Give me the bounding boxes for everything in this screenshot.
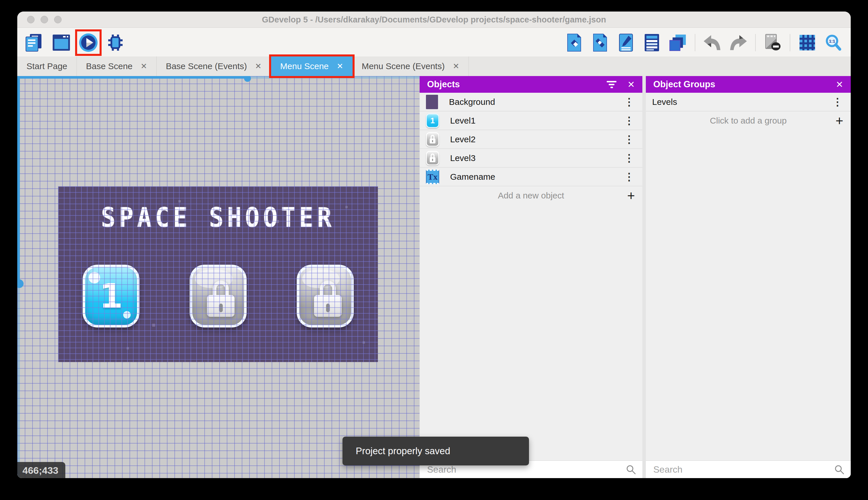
thumb-label: 1 xyxy=(430,116,435,125)
objects-search-input[interactable] xyxy=(420,464,626,475)
gdevelop-window: GDevelop 5 - /Users/dkarakay/Documents/G… xyxy=(17,12,851,478)
object-name: Background xyxy=(449,97,622,107)
tab-label: Start Page xyxy=(26,61,67,71)
object-row-background[interactable]: Background ⋮ xyxy=(420,93,642,112)
object-row-level1[interactable]: 1 Level1 ⋮ xyxy=(420,112,642,130)
object-name: Gamename xyxy=(450,172,622,182)
lock-icon xyxy=(430,135,435,144)
add-object-label: Add a new object xyxy=(498,191,564,201)
instances-list-icon xyxy=(644,33,660,52)
vertical-scrollbar[interactable] xyxy=(17,76,20,284)
toolbar-separator xyxy=(755,34,756,51)
filter-icon[interactable] xyxy=(607,81,617,88)
open-layers-panel-button[interactable] xyxy=(667,31,689,54)
open-objects-panel-button[interactable] xyxy=(563,31,585,54)
object-name: Level2 xyxy=(450,135,622,144)
undo-button[interactable] xyxy=(701,31,724,54)
properties-pencil-icon xyxy=(619,33,633,52)
horizontal-scrollbar-thumb[interactable] xyxy=(244,76,251,82)
layers-icon xyxy=(669,34,687,51)
tab-start-page[interactable]: Start Page xyxy=(17,56,77,76)
panel-resize-handle[interactable] xyxy=(642,76,646,478)
level2-locked-button-object[interactable] xyxy=(190,265,247,328)
add-group-button[interactable]: Click to add a group + xyxy=(646,112,851,130)
object-name: Level1 xyxy=(450,116,622,126)
kebab-menu-icon[interactable]: ⋮ xyxy=(622,133,636,146)
lock-icon xyxy=(314,281,342,317)
tab-menu-scene[interactable]: Menu Scene ✕ xyxy=(271,56,353,76)
lock-icon xyxy=(207,281,235,317)
minimize-window-button[interactable] xyxy=(40,16,48,23)
kebab-menu-icon[interactable]: ⋮ xyxy=(622,115,636,127)
level1-button-object[interactable]: 1 xyxy=(83,265,140,328)
window-button[interactable] xyxy=(50,31,72,54)
toolbar-separator xyxy=(695,34,695,51)
vertical-scrollbar-thumb[interactable] xyxy=(17,280,24,288)
tab-label: Base Scene xyxy=(86,61,133,71)
titlebar: GDevelop 5 - /Users/dkarakay/Documents/G… xyxy=(17,12,851,28)
objects-panel-header: Objects ✕ xyxy=(420,76,642,93)
close-tab-icon[interactable]: ✕ xyxy=(337,61,343,71)
close-window-button[interactable] xyxy=(27,16,35,23)
level1-number: 1 xyxy=(85,267,137,325)
objects-panel: Objects ✕ Background ⋮ 1 Level1 ⋮ xyxy=(420,76,642,478)
kebab-menu-icon[interactable]: ⋮ xyxy=(622,152,636,164)
horizontal-scrollbar[interactable] xyxy=(17,76,247,79)
toggle-grid-button[interactable] xyxy=(796,31,819,54)
toggle-mask-button[interactable] xyxy=(762,31,784,54)
open-instances-list-button[interactable] xyxy=(641,31,663,54)
window-mask-icon xyxy=(764,34,781,52)
zoom-window-button[interactable] xyxy=(54,16,62,23)
horizontal-scrollbar-track[interactable] xyxy=(247,76,420,79)
background-object-instance[interactable]: SPACE SHOOTER 1 xyxy=(58,186,378,362)
kebab-menu-icon[interactable]: ⋮ xyxy=(831,96,844,108)
star-specks xyxy=(58,186,59,188)
close-tab-icon[interactable]: ✕ xyxy=(141,61,147,71)
kebab-menu-icon[interactable]: ⋮ xyxy=(622,96,636,108)
close-tab-icon[interactable]: ✕ xyxy=(453,61,459,71)
close-panel-icon[interactable]: ✕ xyxy=(627,79,635,90)
zoom-options-button[interactable]: 1:1 xyxy=(822,31,844,54)
window-title: GDevelop 5 - /Users/dkarakay/Documents/G… xyxy=(17,12,851,28)
main-content: SPACE SHOOTER 1 xyxy=(17,76,851,478)
objects-page-icon xyxy=(566,33,582,52)
objects-panel-title: Objects xyxy=(427,79,596,90)
redo-icon xyxy=(729,35,748,51)
add-new-object-button[interactable]: Add a new object + xyxy=(420,186,642,205)
vertical-scrollbar-track[interactable] xyxy=(17,284,20,478)
project-manager-button[interactable] xyxy=(23,31,46,54)
groups-search-input[interactable] xyxy=(646,464,834,475)
level3-thumbnail xyxy=(426,151,439,165)
svg-text:1:1: 1:1 xyxy=(829,38,835,44)
open-properties-panel-button[interactable] xyxy=(615,31,637,54)
preview-button[interactable] xyxy=(77,31,99,54)
cursor-coordinates: 466;433 xyxy=(17,462,65,478)
save-toast: Project properly saved xyxy=(342,436,529,465)
object-groups-panel: Object Groups ✕ Levels ⋮ Click to add a … xyxy=(646,76,851,478)
kebab-menu-icon[interactable]: ⋮ xyxy=(622,171,636,183)
thumb-label: Tx xyxy=(427,172,437,182)
groups-searchbar xyxy=(646,460,851,478)
tab-menu-scene-events[interactable]: Menu Scene (Events) ✕ xyxy=(353,56,469,76)
object-groups-page-icon xyxy=(592,33,608,52)
tab-base-scene-events[interactable]: Base Scene (Events) ✕ xyxy=(156,56,271,76)
scene-editor-canvas[interactable]: SPACE SHOOTER 1 xyxy=(17,76,420,478)
object-row-gamename[interactable]: Tx Gamename ⋮ xyxy=(420,168,642,186)
group-row-levels[interactable]: Levels ⋮ xyxy=(646,93,851,112)
close-panel-icon[interactable]: ✕ xyxy=(836,79,843,90)
object-row-level3[interactable]: Level3 ⋮ xyxy=(420,149,642,168)
open-object-groups-panel-button[interactable] xyxy=(589,31,611,54)
tab-base-scene[interactable]: Base Scene ✕ xyxy=(77,56,156,76)
tab-label: Menu Scene (Events) xyxy=(362,61,445,71)
game-title-text-object[interactable]: SPACE SHOOTER xyxy=(58,202,378,234)
search-icon xyxy=(834,464,844,475)
object-row-level2[interactable]: Level2 ⋮ xyxy=(420,130,642,149)
level3-locked-button-object[interactable] xyxy=(297,265,354,328)
redo-button[interactable] xyxy=(727,31,749,54)
close-tab-icon[interactable]: ✕ xyxy=(255,61,262,71)
object-groups-panel-title: Object Groups xyxy=(653,79,825,90)
undo-icon xyxy=(703,35,722,51)
debug-button[interactable] xyxy=(104,31,127,54)
play-icon xyxy=(79,33,98,53)
object-name: Level3 xyxy=(450,153,622,163)
